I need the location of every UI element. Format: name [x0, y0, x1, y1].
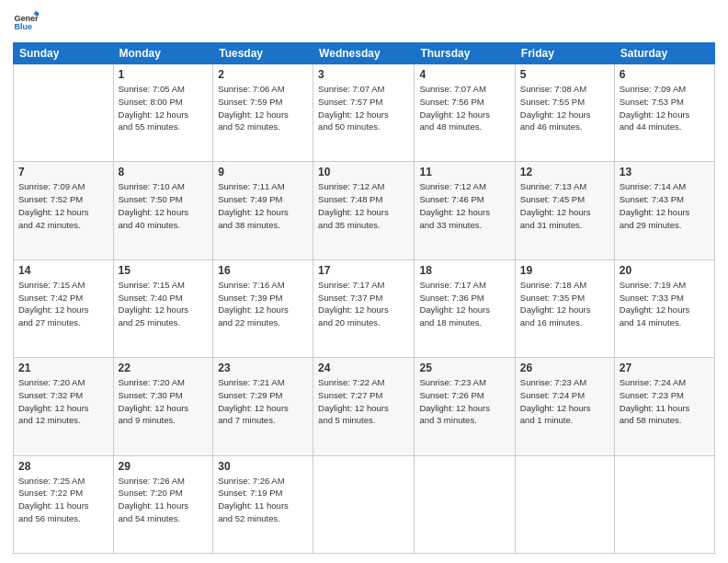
- weekday-header-tuesday: Tuesday: [213, 43, 313, 64]
- weekday-header-wednesday: Wednesday: [313, 43, 415, 64]
- calendar-week-3: 14Sunrise: 7:15 AM Sunset: 7:42 PM Dayli…: [14, 259, 715, 357]
- day-info: Sunrise: 7:17 AM Sunset: 7:36 PM Dayligh…: [419, 279, 509, 329]
- weekday-header-thursday: Thursday: [415, 43, 515, 64]
- calendar-cell: 3Sunrise: 7:07 AM Sunset: 7:57 PM Daylig…: [313, 64, 415, 162]
- day-info: Sunrise: 7:15 AM Sunset: 7:42 PM Dayligh…: [18, 279, 108, 329]
- header: General Blue: [13, 9, 715, 35]
- svg-text:Blue: Blue: [14, 22, 32, 31]
- calendar-cell: 24Sunrise: 7:22 AM Sunset: 7:27 PM Dayli…: [313, 358, 415, 455]
- day-info: Sunrise: 7:07 AM Sunset: 7:56 PM Dayligh…: [419, 83, 509, 133]
- calendar-cell: 12Sunrise: 7:13 AM Sunset: 7:45 PM Dayli…: [515, 162, 614, 259]
- day-info: Sunrise: 7:09 AM Sunset: 7:53 PM Dayligh…: [620, 83, 710, 133]
- calendar-cell: 5Sunrise: 7:08 AM Sunset: 7:55 PM Daylig…: [515, 64, 614, 162]
- day-info: Sunrise: 7:20 AM Sunset: 7:30 PM Dayligh…: [119, 376, 209, 427]
- calendar-cell: 16Sunrise: 7:16 AM Sunset: 7:39 PM Dayli…: [213, 259, 313, 357]
- weekday-header-monday: Monday: [113, 43, 213, 64]
- calendar-cell: 13Sunrise: 7:14 AM Sunset: 7:43 PM Dayli…: [614, 162, 714, 259]
- calendar-cell: 18Sunrise: 7:17 AM Sunset: 7:36 PM Dayli…: [415, 259, 515, 357]
- day-number: 25: [419, 362, 509, 374]
- calendar-cell: 8Sunrise: 7:10 AM Sunset: 7:50 PM Daylig…: [113, 162, 213, 259]
- calendar-cell: 19Sunrise: 7:18 AM Sunset: 7:35 PM Dayli…: [515, 259, 614, 357]
- calendar-cell: 26Sunrise: 7:23 AM Sunset: 7:24 PM Dayli…: [515, 358, 614, 455]
- weekday-header-saturday: Saturday: [614, 43, 714, 64]
- day-info: Sunrise: 7:26 AM Sunset: 7:20 PM Dayligh…: [119, 475, 209, 525]
- day-number: 23: [218, 362, 308, 374]
- day-number: 11: [419, 166, 509, 178]
- calendar-week-2: 7Sunrise: 7:09 AM Sunset: 7:52 PM Daylig…: [14, 162, 715, 259]
- day-number: 16: [218, 264, 308, 277]
- day-number: 19: [520, 264, 609, 277]
- calendar-cell: [415, 455, 515, 553]
- day-info: Sunrise: 7:23 AM Sunset: 7:26 PM Dayligh…: [419, 376, 509, 427]
- calendar-cell: 14Sunrise: 7:15 AM Sunset: 7:42 PM Dayli…: [14, 259, 114, 357]
- calendar-cell: 4Sunrise: 7:07 AM Sunset: 7:56 PM Daylig…: [415, 64, 515, 162]
- day-info: Sunrise: 7:08 AM Sunset: 7:55 PM Dayligh…: [520, 83, 609, 133]
- day-info: Sunrise: 7:11 AM Sunset: 7:49 PM Dayligh…: [218, 180, 308, 231]
- day-info: Sunrise: 7:19 AM Sunset: 7:33 PM Dayligh…: [620, 279, 710, 329]
- calendar-week-5: 28Sunrise: 7:25 AM Sunset: 7:22 PM Dayli…: [14, 455, 715, 553]
- calendar-cell: 17Sunrise: 7:17 AM Sunset: 7:37 PM Dayli…: [313, 259, 415, 357]
- day-info: Sunrise: 7:21 AM Sunset: 7:29 PM Dayligh…: [218, 376, 308, 427]
- day-info: Sunrise: 7:07 AM Sunset: 7:57 PM Dayligh…: [318, 83, 409, 133]
- day-number: 5: [520, 68, 609, 81]
- calendar-cell: 10Sunrise: 7:12 AM Sunset: 7:48 PM Dayli…: [313, 162, 415, 259]
- calendar-cell: 7Sunrise: 7:09 AM Sunset: 7:52 PM Daylig…: [14, 162, 114, 259]
- day-number: 12: [520, 166, 609, 178]
- logo: General Blue: [13, 9, 42, 35]
- calendar: SundayMondayTuesdayWednesdayThursdayFrid…: [13, 42, 715, 554]
- calendar-cell: [14, 64, 114, 162]
- day-number: 14: [18, 264, 108, 277]
- day-number: 20: [620, 264, 710, 277]
- day-info: Sunrise: 7:18 AM Sunset: 7:35 PM Dayligh…: [520, 279, 609, 329]
- calendar-cell: 28Sunrise: 7:25 AM Sunset: 7:22 PM Dayli…: [14, 455, 114, 553]
- day-info: Sunrise: 7:12 AM Sunset: 7:46 PM Dayligh…: [419, 180, 509, 231]
- day-info: Sunrise: 7:24 AM Sunset: 7:23 PM Dayligh…: [620, 376, 710, 427]
- calendar-cell: [614, 455, 714, 553]
- day-number: 7: [18, 166, 108, 178]
- day-info: Sunrise: 7:26 AM Sunset: 7:19 PM Dayligh…: [218, 475, 308, 525]
- weekday-header-sunday: Sunday: [14, 43, 114, 64]
- calendar-cell: 23Sunrise: 7:21 AM Sunset: 7:29 PM Dayli…: [213, 358, 313, 455]
- calendar-cell: 2Sunrise: 7:06 AM Sunset: 7:59 PM Daylig…: [213, 64, 313, 162]
- day-number: 18: [419, 264, 509, 277]
- day-number: 6: [620, 68, 710, 81]
- day-info: Sunrise: 7:09 AM Sunset: 7:52 PM Dayligh…: [18, 180, 108, 231]
- calendar-cell: 6Sunrise: 7:09 AM Sunset: 7:53 PM Daylig…: [614, 64, 714, 162]
- day-number: 27: [620, 362, 710, 374]
- day-info: Sunrise: 7:17 AM Sunset: 7:37 PM Dayligh…: [318, 279, 409, 329]
- calendar-cell: 29Sunrise: 7:26 AM Sunset: 7:20 PM Dayli…: [113, 455, 213, 553]
- day-info: Sunrise: 7:15 AM Sunset: 7:40 PM Dayligh…: [119, 279, 209, 329]
- day-number: 28: [18, 460, 108, 473]
- day-info: Sunrise: 7:05 AM Sunset: 8:00 PM Dayligh…: [119, 83, 209, 133]
- day-number: 9: [218, 166, 308, 178]
- day-number: 15: [119, 264, 209, 277]
- day-info: Sunrise: 7:16 AM Sunset: 7:39 PM Dayligh…: [218, 279, 308, 329]
- calendar-week-1: 1Sunrise: 7:05 AM Sunset: 8:00 PM Daylig…: [14, 64, 715, 162]
- calendar-cell: 15Sunrise: 7:15 AM Sunset: 7:40 PM Dayli…: [113, 259, 213, 357]
- day-number: 22: [119, 362, 209, 374]
- day-info: Sunrise: 7:13 AM Sunset: 7:45 PM Dayligh…: [520, 180, 609, 231]
- calendar-cell: 11Sunrise: 7:12 AM Sunset: 7:46 PM Dayli…: [415, 162, 515, 259]
- day-number: 3: [318, 68, 409, 81]
- calendar-cell: 9Sunrise: 7:11 AM Sunset: 7:49 PM Daylig…: [213, 162, 313, 259]
- day-info: Sunrise: 7:22 AM Sunset: 7:27 PM Dayligh…: [318, 376, 409, 427]
- day-info: Sunrise: 7:20 AM Sunset: 7:32 PM Dayligh…: [18, 376, 108, 427]
- logo-icon: General Blue: [13, 9, 39, 35]
- page: General Blue SundayMondayTuesdayWednesda…: [0, 0, 728, 563]
- calendar-cell: 20Sunrise: 7:19 AM Sunset: 7:33 PM Dayli…: [614, 259, 714, 357]
- day-info: Sunrise: 7:06 AM Sunset: 7:59 PM Dayligh…: [218, 83, 308, 133]
- calendar-cell: 30Sunrise: 7:26 AM Sunset: 7:19 PM Dayli…: [213, 455, 313, 553]
- calendar-header-row: SundayMondayTuesdayWednesdayThursdayFrid…: [14, 43, 715, 64]
- day-number: 8: [119, 166, 209, 178]
- day-number: 29: [119, 460, 209, 473]
- calendar-cell: [313, 455, 415, 553]
- svg-text:General: General: [14, 14, 39, 23]
- calendar-cell: 1Sunrise: 7:05 AM Sunset: 8:00 PM Daylig…: [113, 64, 213, 162]
- day-number: 26: [520, 362, 609, 374]
- day-number: 1: [119, 68, 209, 81]
- calendar-cell: 25Sunrise: 7:23 AM Sunset: 7:26 PM Dayli…: [415, 358, 515, 455]
- day-number: 10: [318, 166, 409, 178]
- calendar-cell: 22Sunrise: 7:20 AM Sunset: 7:30 PM Dayli…: [113, 358, 213, 455]
- day-info: Sunrise: 7:25 AM Sunset: 7:22 PM Dayligh…: [18, 475, 108, 525]
- day-number: 13: [620, 166, 710, 178]
